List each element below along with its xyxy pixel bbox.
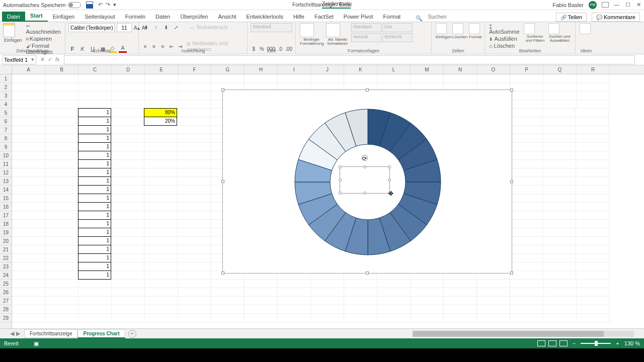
cells-area[interactable]: ⟳ ✥ 180%120%111111111111111111 [12, 74, 644, 328]
qat-dropdown-icon[interactable]: ▾ [113, 2, 116, 8]
row-headers[interactable]: 1234567891011121314151617181920212223242… [0, 74, 12, 328]
maximize-icon[interactable]: ☐ [625, 2, 630, 8]
style-good[interactable]: Gut [382, 23, 413, 32]
tab-factset[interactable]: FactSet [309, 12, 339, 22]
enter-formula-icon[interactable]: ✓ [48, 56, 52, 63]
align-top-icon[interactable]: ⬆ [142, 23, 150, 31]
cells-format-icon[interactable] [469, 23, 480, 34]
cells-insert-icon[interactable] [436, 23, 447, 34]
cut-button[interactable]: ✂ Ausschneiden [25, 23, 62, 35]
tab-start[interactable]: Start [25, 11, 48, 22]
tab-help[interactable]: Hilfe [288, 12, 309, 22]
toggle-switch[interactable] [68, 2, 81, 8]
add-sheet-button[interactable]: + [128, 330, 136, 338]
paste-icon[interactable] [3, 23, 15, 37]
tb-handle-w[interactable] [339, 178, 342, 182]
rotate-handle[interactable]: ⟳ [362, 155, 368, 161]
cond-format-icon[interactable] [300, 23, 314, 37]
orientation-icon[interactable]: ⤢ [172, 23, 180, 31]
find-icon[interactable] [548, 23, 559, 34]
tb-handle-n[interactable] [363, 165, 366, 168]
align-middle-icon[interactable]: ↕ [152, 23, 160, 31]
formula-bar[interactable] [64, 55, 635, 64]
contextual-tab-label[interactable]: Zeichentools [322, 1, 351, 9]
resize-handle-w[interactable] [221, 180, 224, 183]
table-format-button[interactable]: Als Tabelle formatieren [325, 37, 350, 46]
autosave-toggle[interactable]: Automatisches Speichern [3, 2, 81, 8]
zoom-level[interactable]: 130 % [624, 340, 640, 346]
tb-handle-s[interactable] [363, 192, 366, 195]
copy-button[interactable]: ⎘ Kopieren [25, 35, 62, 42]
sheet-nav[interactable]: ◀▶ [10, 330, 20, 337]
table-format-icon[interactable] [326, 23, 340, 37]
find-button[interactable]: Suchen und Auswählen [547, 34, 572, 43]
close-icon[interactable]: ✕ [636, 2, 641, 8]
tab-insert[interactable]: Einfügen [48, 12, 79, 22]
save-icon[interactable] [86, 2, 93, 9]
paste-button[interactable]: Einfügen [3, 37, 23, 43]
resize-handle-e[interactable] [510, 180, 513, 183]
hscroll-thumb[interactable] [413, 331, 604, 337]
number-format-select[interactable]: Standard [251, 23, 292, 32]
cells-format[interactable]: Format [468, 34, 482, 40]
worksheet-grid[interactable]: ABCDEFGHIJKLMNOPQR 123456789101112131415… [0, 65, 644, 328]
font-family-select[interactable] [68, 23, 115, 32]
tb-handle-nw[interactable] [339, 165, 342, 168]
column-headers[interactable]: ABCDEFGHIJKLMNOPQR [12, 65, 644, 74]
page-layout-view-icon[interactable] [548, 340, 556, 346]
minimize-icon[interactable]: — [614, 2, 619, 8]
tab-format[interactable]: Format [378, 12, 406, 22]
horizontal-scrollbar[interactable] [413, 331, 634, 337]
normal-view-icon[interactable] [537, 340, 545, 346]
comments-button[interactable]: 💬 Kommentare [592, 13, 640, 22]
page-break-view-icon[interactable] [559, 340, 568, 346]
fx-icon[interactable]: fx [55, 56, 60, 63]
fill-button[interactable]: ⬇ Ausfüllen [488, 35, 523, 42]
cancel-formula-icon[interactable]: ✕ [40, 56, 45, 63]
sort-icon[interactable] [524, 23, 535, 34]
cells-insert[interactable]: Einfügen [435, 34, 451, 40]
tab-data[interactable]: Daten [150, 12, 175, 22]
cells-delete[interactable]: Löschen [451, 34, 468, 40]
resize-handle-s[interactable] [366, 272, 369, 275]
ribbon-display-icon[interactable] [602, 2, 609, 8]
resize-handle-se[interactable] [510, 272, 513, 275]
tab-formulas[interactable]: Formeln [120, 12, 150, 22]
sheet-tab-2[interactable]: Progress Chart [77, 329, 125, 338]
undo-icon[interactable]: ↶ [98, 2, 103, 8]
resize-handle-nw[interactable] [221, 88, 224, 92]
zoom-thumb[interactable] [595, 341, 598, 346]
tb-handle-ne[interactable] [388, 165, 391, 168]
ideas-icon[interactable] [580, 23, 591, 34]
resize-handle-n[interactable] [366, 88, 369, 92]
redo-icon[interactable]: ↷ [106, 2, 110, 8]
tab-view[interactable]: Ansicht [213, 12, 241, 22]
zoom-in-icon[interactable]: + [616, 340, 619, 346]
avatar[interactable]: FB [589, 1, 597, 9]
tb-handle-e[interactable] [388, 178, 391, 182]
sheet-tab-1[interactable]: Fortschrittsanzeige [24, 329, 77, 338]
cond-format-button[interactable]: Bedingte Formatierung [299, 37, 324, 46]
style-bad[interactable]: Schlecht [382, 33, 413, 42]
align-bottom-icon[interactable]: ⬇ [162, 23, 170, 31]
share-button[interactable]: 🔗 Teilen [556, 13, 587, 22]
tab-devtools[interactable]: Entwicklertools [242, 12, 288, 22]
tab-file[interactable]: Datei [2, 12, 25, 22]
search-input[interactable] [423, 12, 463, 22]
zoom-out-icon[interactable]: − [573, 340, 576, 346]
cells-delete-icon[interactable] [452, 23, 463, 34]
autosum-button[interactable]: ∑ AutoSumme [488, 23, 523, 35]
tab-powerpivot[interactable]: Power Pivot [339, 12, 378, 22]
tab-pagelayout[interactable]: Seitenlayout [79, 12, 120, 22]
sort-button[interactable]: Sortieren und Filtern [523, 34, 547, 43]
zoom-slider[interactable] [581, 343, 611, 344]
font-size-select[interactable] [117, 23, 132, 32]
resize-handle-ne[interactable] [510, 88, 513, 92]
resize-handle-sw[interactable] [221, 272, 224, 275]
textbox-selection[interactable]: ⟳ ✥ [340, 166, 390, 194]
wrap-text-button[interactable]: ⮐ Textumbruch [189, 24, 229, 31]
search-icon[interactable]: 🔍 [416, 15, 423, 22]
style-neutral[interactable]: Neutral [351, 33, 381, 42]
style-standard[interactable]: Standard [351, 23, 381, 32]
name-box[interactable]: Textfeld 1▾ [2, 55, 36, 64]
